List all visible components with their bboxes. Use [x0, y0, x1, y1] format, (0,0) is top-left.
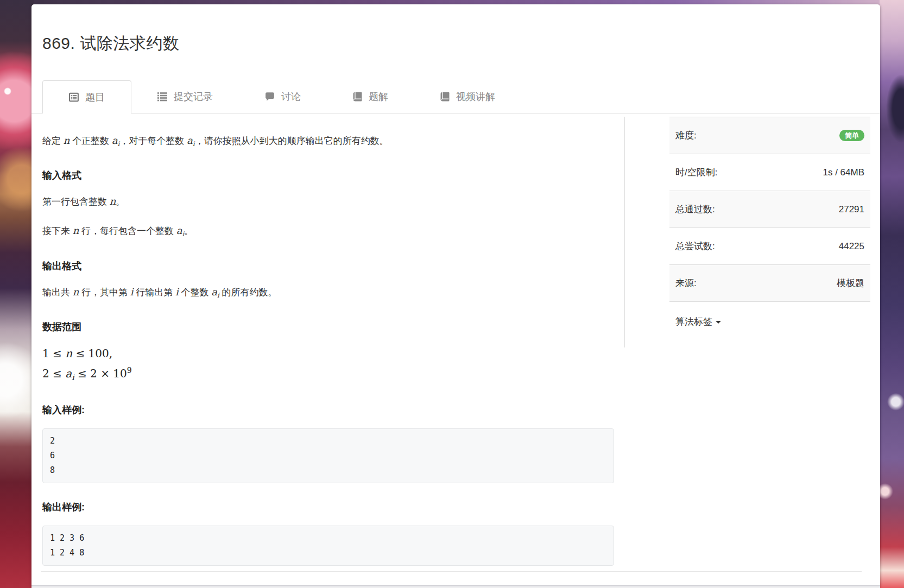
data-range-formula: 1 ≤ n ≤ 100, 2 ≤ ai ≤ 2 × 109: [42, 345, 612, 386]
tab-label: 题解: [369, 90, 388, 103]
sample-output-block[interactable]: 1 2 3 6 1 2 4 8: [42, 526, 614, 566]
stat-value: 1s / 64MB: [823, 167, 864, 178]
tab-discussion[interactable]: 讨论: [239, 80, 327, 113]
stat-value: 模板题: [837, 277, 864, 289]
tab-video-explanation[interactable]: 视频讲解: [414, 80, 521, 113]
stat-label: 时/空限制:: [675, 166, 717, 179]
range-line-2: 2 ≤ ai ≤ 2 × 109: [42, 362, 612, 386]
stat-row-accepted: 总通过数: 27291: [669, 191, 870, 228]
list-icon: [157, 92, 167, 102]
background-artwork-left: [0, 0, 34, 588]
tab-bar: 题目 提交记录 讨论: [31, 80, 880, 113]
tab-submissions[interactable]: 提交记录: [131, 80, 239, 113]
tab-label: 视频讲解: [456, 90, 495, 103]
content-bottom-divider: [41, 571, 862, 572]
page-title: 869. 试除法求约数: [31, 4, 880, 55]
data-range-heading: 数据范围: [42, 320, 612, 333]
input-format-line2: 接下来 n 行，每行包含一个整数 ai。: [42, 223, 612, 242]
caret-down-icon: [716, 321, 721, 324]
tab-label: 讨论: [281, 90, 301, 103]
tab-solutions[interactable]: 题解: [327, 80, 414, 113]
problem-statement: 给定 n 个正整数 ai，对于每个整数 ai，请你按照从小到大的顺序输出它的所有…: [42, 113, 612, 566]
book-icon: [440, 92, 450, 102]
input-format-heading: 输入格式: [42, 169, 612, 182]
problem-card: 869. 试除法求约数 题目: [31, 4, 880, 588]
input-format-line1: 第一行包含整数 n。: [42, 194, 612, 209]
difficulty-badge: 简单: [839, 130, 864, 141]
output-format-line: 输出共 n 行，其中第 i 行输出第 i 个整数 ai 的所有约数。: [42, 284, 612, 303]
algorithm-tags-dropdown[interactable]: 算法标签: [675, 315, 721, 328]
range-line-1: 1 ≤ n ≤ 100,: [42, 345, 612, 362]
sidebar-divider: [624, 117, 625, 347]
stat-value: 27291: [839, 204, 864, 215]
output-format-heading: 输出格式: [42, 260, 612, 273]
stat-row-attempts: 总尝试数: 44225: [669, 228, 870, 265]
stat-row-limits: 时/空限制: 1s / 64MB: [669, 154, 870, 191]
tab-problem[interactable]: 题目: [42, 80, 131, 113]
sample-output-heading: 输出样例:: [42, 501, 612, 514]
stat-row-source: 来源: 模板题: [669, 265, 870, 302]
comment-icon: [265, 92, 275, 102]
sample-input-heading: 输入样例:: [42, 403, 612, 416]
background-artwork-right: [880, 0, 904, 588]
stat-row-difficulty: 难度: 简单: [669, 117, 870, 154]
stat-value: 44225: [839, 241, 864, 252]
book-icon: [353, 92, 362, 102]
stat-label: 总通过数:: [675, 203, 715, 216]
problem-stats-panel: 难度: 简单 时/空限制: 1s / 64MB 总通过数: 27291 总尝试数…: [669, 117, 870, 341]
tab-label: 提交记录: [174, 90, 213, 103]
stat-label: 总尝试数:: [675, 240, 715, 252]
tags-label: 算法标签: [675, 315, 712, 328]
stat-label: 难度:: [675, 129, 697, 142]
tab-label: 题目: [85, 91, 105, 104]
stat-label: 来源:: [675, 277, 697, 289]
problem-intro: 给定 n 个正整数 ai，对于每个整数 ai，请你按照从小到大的顺序输出它的所有…: [42, 133, 612, 151]
list-alt-icon: [69, 92, 79, 102]
stat-row-tags: 算法标签: [669, 302, 870, 341]
sample-input-block[interactable]: 2 6 8: [42, 428, 614, 483]
next-section-edge: [31, 585, 880, 588]
